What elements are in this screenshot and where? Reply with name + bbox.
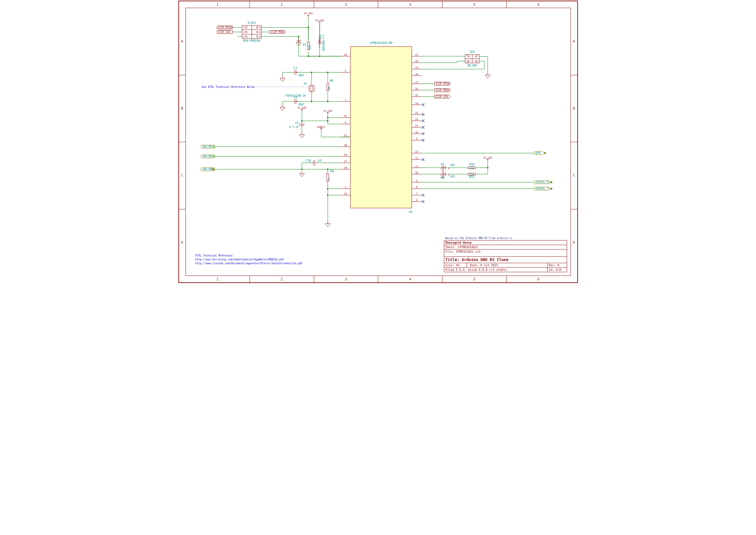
svg-text:JP2: JP2: [469, 50, 475, 54]
svg-text:3: 3: [344, 186, 346, 189]
svg-point-114: [245, 36, 247, 38]
svg-text:1N4148W-7-F: 1N4148W-7-F: [322, 34, 325, 51]
svg-text:X1: X1: [304, 82, 307, 85]
ruler-col: 5: [442, 1, 507, 8]
svg-text:D6: D6: [441, 176, 445, 179]
svg-text:D5: D5: [441, 163, 445, 166]
ruler-col: 3: [314, 1, 378, 8]
svg-text:KiCad E.D.A.  kicad 4.0.0-rc1-: KiCad E.D.A. kicad 4.0.0-rc1-stable: [445, 268, 507, 271]
svg-text:ICSP_MISO: ICSP_MISO: [436, 82, 450, 85]
svg-text:1uF: 1uF: [317, 159, 322, 162]
svg-text:5V_LDO: 5V_LDO: [483, 156, 492, 159]
svg-text:10K: 10K: [308, 45, 311, 50]
svg-point-180: [468, 60, 469, 62]
svg-text:USB_GND: USB_GND: [202, 168, 213, 171]
svg-text:12: 12: [415, 157, 418, 159]
svg-text:ICSP_MISO: ICSP_MISO: [218, 26, 232, 29]
svg-text:SERIAL_Tx: SERIAL_Tx: [536, 187, 550, 190]
svg-text:5V_LDO: 5V_LDO: [315, 19, 324, 22]
svg-text:USBVCC: USBVCC: [317, 126, 326, 128]
svg-text:4: 4: [259, 31, 261, 34]
svg-text:2: 2: [259, 26, 261, 29]
svg-text:2: 2: [448, 174, 450, 176]
svg-text:6: 6: [416, 199, 417, 202]
svg-point-155: [327, 120, 328, 122]
svg-text:DTR: DTR: [536, 152, 541, 155]
svg-text:0: 0: [328, 178, 331, 180]
svg-text:27: 27: [344, 160, 347, 163]
ic-value: ATMEGA16U2-MU: [369, 42, 392, 44]
schematic-sheet: 1 2 3 4 5 6 1 2 3 4 5 6 A B C D A B C D: [178, 0, 579, 284]
svg-text:21: 21: [415, 53, 418, 56]
svg-text:Based on the Arduino UNO R3 Fr: Based on the Arduino UNO R3 From arduino…: [445, 237, 512, 240]
svg-point-209: [550, 181, 552, 183]
ruler-col: 2: [249, 1, 314, 8]
svg-point-112: [245, 31, 247, 33]
svg-text:http://www.crystek.com/documen: http://www.crystek.com/documents/appnote…: [195, 262, 303, 265]
svg-point-178: [468, 56, 469, 57]
svg-point-173: [327, 188, 328, 189]
svg-text:Date: 8 oct 2015: Date: 8 oct 2015: [470, 264, 498, 267]
svg-text:XTAL Technical Reference: XTAL Technical Reference: [195, 254, 233, 257]
ruler-col: 6: [507, 1, 571, 8]
svg-text:R7: R7: [303, 43, 306, 46]
svg-text:26: 26: [415, 131, 418, 134]
ic-ref: U4: [409, 210, 412, 213]
svg-text:3: 3: [243, 31, 245, 34]
svg-text:C7: C7: [294, 67, 297, 70]
svg-text:1: 1: [477, 54, 478, 57]
svg-text:Title: Arduino UNO R3 Clone: Title: Arduino UNO R3 Clone: [445, 258, 509, 262]
svg-text:C10: C10: [305, 159, 311, 162]
svg-text:SERIAL_Rx: SERIAL_Rx: [536, 181, 550, 184]
svg-text:0.1 uF: 0.1 uF: [289, 126, 299, 128]
ruler-left: A B C D: [179, 8, 186, 276]
svg-rect-211: [444, 240, 567, 272]
jp2: 21 43 JP2 NO_POP: [465, 50, 479, 67]
svg-text:10: 10: [415, 171, 418, 174]
svg-text:510: 510: [469, 167, 474, 170]
svg-point-110: [245, 27, 247, 28]
svg-text:25: 25: [415, 125, 418, 127]
xtal-note: See XTAL Technical Reference Below ·····…: [202, 86, 308, 89]
svg-text:32: 32: [344, 115, 347, 118]
svg-text:31: 31: [344, 134, 347, 137]
svg-text:Id: 6/8: Id: 6/8: [549, 268, 561, 271]
svg-text:R10: R10: [469, 163, 475, 166]
schematic-canvas: 24RESET(PC1/DW)2XTAL(PC0)1XTAL132AVCC4VC…: [186, 8, 573, 278]
svg-point-145: [327, 72, 328, 73]
svg-text:C9: C9: [295, 122, 299, 125]
svg-point-205: [487, 167, 488, 168]
svg-text:File: ATMEGA16U2.sch: File: ATMEGA16U2.sch: [445, 250, 480, 253]
svg-text:16: 16: [415, 87, 418, 90]
ruler-row: A: [179, 8, 186, 75]
svg-text:R8: R8: [330, 170, 334, 173]
svg-text:5V_LDO: 5V_LDO: [304, 12, 313, 15]
svg-text:USB_RD-: USB_RD-: [202, 145, 213, 148]
svg-text:Rheingold Heavy: Rheingold Heavy: [445, 241, 472, 244]
svg-text:M20-9980346: M20-9980346: [243, 40, 260, 42]
svg-text:22: 22: [415, 111, 418, 114]
frame-outer: 1 2 3 4 5 6 1 2 3 4 5 6 A B C D A B C D: [178, 1, 578, 283]
svg-text:ICSP1: ICSP1: [247, 21, 256, 25]
svg-text:2: 2: [467, 54, 468, 57]
svg-text:ICSP_MOSI: ICSP_MOSI: [271, 31, 285, 34]
svg-text:Size: A4: Size: A4: [445, 264, 459, 267]
svg-point-146: [327, 101, 328, 102]
svg-point-153: [327, 117, 328, 118]
svg-text:NO_POP: NO_POP: [467, 64, 477, 67]
svg-text:LED: LED: [450, 164, 455, 167]
svg-text:1M: 1M: [328, 87, 331, 90]
svg-text:17: 17: [415, 81, 418, 84]
svg-text:29: 29: [344, 154, 347, 156]
svg-point-111: [256, 27, 258, 28]
svg-text:20: 20: [415, 60, 418, 63]
svg-text:23: 23: [415, 118, 418, 121]
ic-body: [350, 46, 412, 208]
title-block: Based on the Arduino UNO R3 From arduino…: [444, 237, 567, 272]
svg-text:5V_LDO: 5V_LDO: [323, 109, 332, 112]
svg-text:USB_RD+: USB_RD+: [202, 155, 213, 158]
svg-text:1: 1: [344, 99, 346, 101]
xtal-references: XTAL Technical Reference http://ww1.micr…: [195, 254, 303, 265]
svg-text:ICSP_SCK: ICSP_SCK: [436, 95, 448, 98]
svg-text:1: 1: [243, 26, 245, 29]
